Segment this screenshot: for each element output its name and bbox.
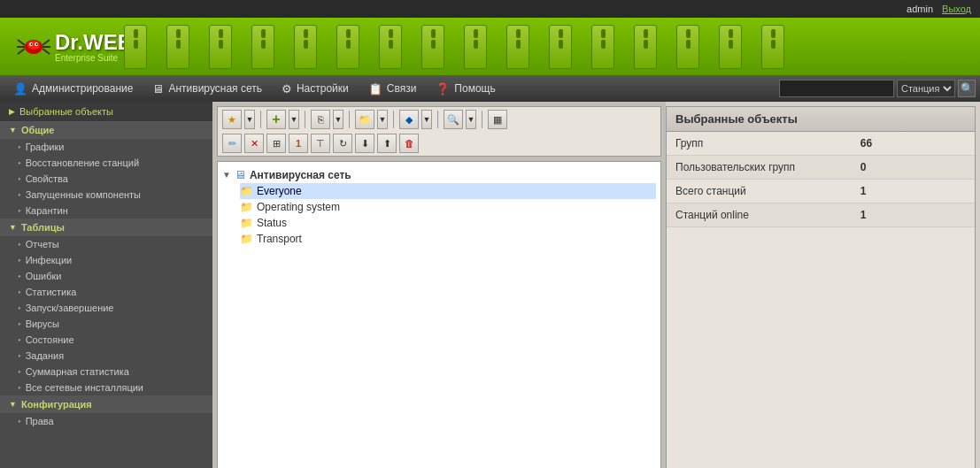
table-row: Всего станций 1 [667,180,975,203]
sidebar-favorites-header[interactable]: ▶ Выбранные объекты [0,102,212,121]
stat-online-value: 1 [852,203,975,227]
stat-stations-label: Всего станций [667,180,852,203]
sidebar-tables-label: Таблицы [21,222,65,233]
folder-os-icon: 📁 [240,201,253,213]
svg-point-10 [31,43,33,45]
network-icon: 🖥 [152,82,164,96]
sidebar-item-installs[interactable]: Все сетевые инсталляции [0,380,212,395]
sidebar-item-viruses[interactable]: Вирусы [0,316,212,332]
folder-transport-icon: 📁 [240,233,253,245]
sidebar-tables-header[interactable]: ▼ Таблицы [0,219,212,236]
object-dropdown[interactable]: ▼ [421,110,432,129]
tree-root-label: Антивирусная сеть [250,169,351,181]
sidebar-item-reports[interactable]: Отчеты [0,236,212,252]
arrow-right-icon: ▶ [9,107,15,116]
table-row: Групп 66 [667,132,975,156]
sidebar-config-header[interactable]: ▼ Конфигурация [0,395,212,413]
search-area: Станция 🔍 [779,80,976,97]
tree-os-label: Operating system [257,201,340,213]
search-dropdown[interactable]: ▼ [466,110,476,129]
add-dropdown[interactable]: ▼ [289,110,299,129]
links-icon: 📋 [368,82,382,96]
object-button[interactable]: ◆ [399,110,419,129]
pencil-button[interactable]: ✏ [222,134,242,153]
sidebar-item-rights[interactable]: Права [0,413,212,429]
sidebar-item-restore[interactable]: Восстановление станций [0,155,212,171]
arrow-down-icon-2: ▼ [9,223,17,232]
stat-usergroups-label: Пользовательских групп [667,156,852,180]
nav-item-links[interactable]: 📋 Связи [359,79,426,99]
svg-line-7 [42,49,50,54]
tree-root[interactable]: ▼ 🖥 Антивирусная сеть [222,166,656,183]
nav-item-settings[interactable]: ⚙ Настройки [273,79,358,99]
copy-dropdown[interactable]: ▼ [333,110,343,129]
settings-icon: ⚙ [282,82,292,96]
sidebar-item-summary[interactable]: Суммарная статистика [0,364,212,380]
sidebar-installs-label: Все сетевые инсталляции [26,382,143,393]
sidebar-item-startend[interactable]: Запуск/завершение [0,300,212,316]
tree-node-status[interactable]: 📁 Status [240,215,656,231]
tree-children: 📁 Everyone 📁 Operating system 📁 Status 📁… [222,183,656,247]
folder-button[interactable]: 📁 [355,110,374,129]
main-layout: ▶ Выбранные объекты ▼ Общие Графики Восс… [0,102,980,468]
grid-button[interactable]: ▦ [488,110,507,129]
nav-item-admin[interactable]: 👤 Администрирование [4,79,142,99]
svg-line-2 [18,40,25,45]
header-decorations [106,18,980,75]
sidebar-item-quarantine[interactable]: Карантин [0,203,212,219]
stat-online-label: Станций online [667,203,852,227]
copy-button[interactable]: ⎘ [311,110,330,129]
favorites-label: Выбранные объекты [19,106,113,117]
nav-item-help[interactable]: ❓ Помощь [427,79,504,99]
upload-button[interactable]: ⬆ [377,134,397,153]
sidebar-errors-label: Ошибки [26,271,62,281]
svg-line-4 [18,49,25,54]
number1-button[interactable]: 1 [289,134,308,153]
sidebar-rights-label: Права [26,416,54,426]
sidebar-summary-label: Суммарная статистика [26,366,129,377]
sidebar-item-infections[interactable]: Инфекции [0,252,212,268]
add-button[interactable]: + [266,110,286,129]
tree-node-transport[interactable]: 📁 Transport [240,231,656,247]
sidebar-infections-label: Инфекции [26,255,73,265]
filter-button[interactable]: ⊤ [311,134,330,153]
sidebar-item-components[interactable]: Запущенные компоненты [0,187,212,203]
download-button[interactable]: ⬇ [355,134,374,153]
search-toolbar-button[interactable]: 🔍 [444,110,463,129]
sidebar-item-errors[interactable]: Ошибки [0,268,212,284]
sidebar-item-statistics[interactable]: Статистика [0,284,212,300]
stat-stations-value: 1 [852,180,975,203]
sidebar-config-label: Конфигурация [21,399,92,410]
sidebar-tasks-label: Задания [26,350,64,361]
sidebar-item-tasks[interactable]: Задания [0,348,212,364]
sidebar-general-header[interactable]: ▼ Общие [0,121,212,139]
sidebar-graphs-label: Графики [26,142,65,152]
content-area: ★ ▼ + ▼ ⎘ ▼ 📁 ▼ ◆ ▼ 🔍 ▼ ▦ [212,102,666,468]
refresh-button[interactable]: ↻ [333,134,352,153]
folder-dropdown[interactable]: ▼ [377,110,388,129]
tree-node-everyone[interactable]: 📁 Everyone [240,183,656,199]
delete-button[interactable]: ✕ [244,134,264,153]
tree-expand-icon: ▼ [222,170,231,180]
folder-everyone-icon: 📁 [240,185,253,197]
search-button[interactable]: 🔍 [958,80,976,97]
drweb-spider-icon [16,29,51,65]
sidebar: ▶ Выбранные объекты ▼ Общие Графики Восс… [0,102,212,468]
sidebar-item-props[interactable]: Свойства [0,171,212,187]
star-dropdown[interactable]: ▼ [244,110,255,129]
right-panel-title: Выбранные объекты [667,107,975,132]
search-type-select[interactable]: Станция [897,80,955,97]
stat-groups-value: 66 [852,132,975,156]
star-button[interactable]: ★ [222,110,242,129]
tree-node-os[interactable]: 📁 Operating system [240,199,656,215]
config-button[interactable]: ⊞ [266,134,286,153]
sidebar-item-graphs[interactable]: Графики [0,139,212,155]
logout-link[interactable]: Выход [942,4,971,14]
nav-item-antivirus[interactable]: 🖥 Антивирусная сеть [143,79,270,99]
sidebar-item-state[interactable]: Состояние [0,332,212,348]
delete2-button[interactable]: 🗑 [399,134,419,153]
search-input[interactable] [779,80,894,97]
stat-groups-label: Групп [667,132,852,156]
sidebar-components-label: Запущенные компоненты [26,189,141,200]
stats-table: Групп 66 Пользовательских групп 0 Всего … [667,132,975,227]
